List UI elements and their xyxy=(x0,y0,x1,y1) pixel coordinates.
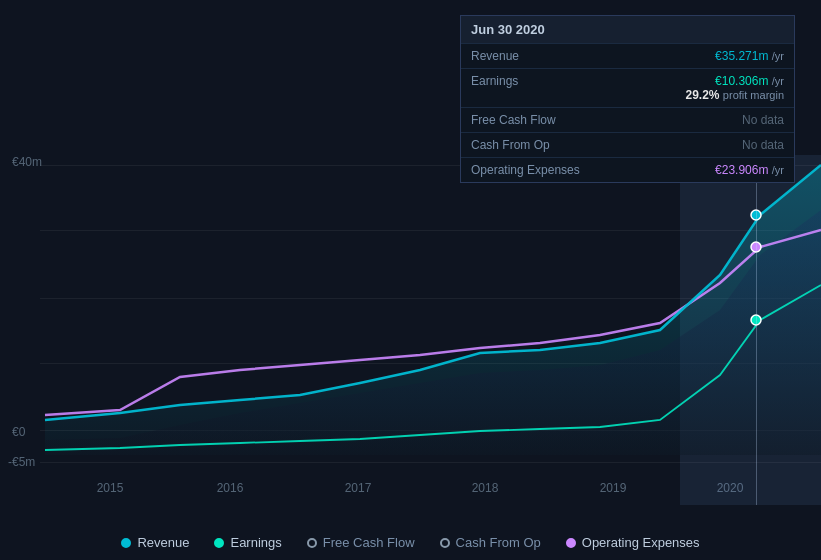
legend-dot-fcf xyxy=(307,538,317,548)
legend-label-earnings: Earnings xyxy=(230,535,281,550)
tooltip-earnings-value: €10.306m /yr 29.2% profit margin xyxy=(685,74,784,102)
x-label-2019: 2019 xyxy=(600,481,627,495)
tooltip-earnings-label: Earnings xyxy=(471,74,591,88)
tooltip-box: Jun 30 2020 Revenue €35.271m /yr Earning… xyxy=(460,15,795,183)
tooltip-row-fcf: Free Cash Flow No data xyxy=(461,107,794,132)
tooltip-header: Jun 30 2020 xyxy=(461,16,794,43)
x-label-2015: 2015 xyxy=(97,481,124,495)
tooltip-row-opex: Operating Expenses €23.906m /yr xyxy=(461,157,794,182)
legend-label-fcf: Free Cash Flow xyxy=(323,535,415,550)
tooltip-fcf-value: No data xyxy=(742,113,784,127)
legend-item-earnings[interactable]: Earnings xyxy=(214,535,281,550)
tooltip-opex-label: Operating Expenses xyxy=(471,163,591,177)
legend-dot-earnings xyxy=(214,538,224,548)
tooltip-cfo-value: No data xyxy=(742,138,784,152)
x-label-2018: 2018 xyxy=(472,481,499,495)
tooltip-row-revenue: Revenue €35.271m /yr xyxy=(461,43,794,68)
margin-value: 29.2% xyxy=(685,88,719,102)
x-label-2016: 2016 xyxy=(217,481,244,495)
legend-dot-revenue xyxy=(121,538,131,548)
legend-label-cfo: Cash From Op xyxy=(456,535,541,550)
legend-label-opex: Operating Expenses xyxy=(582,535,700,550)
opex-amount: €23.906m xyxy=(715,163,768,177)
tooltip-row-earnings: Earnings €10.306m /yr 29.2% profit margi… xyxy=(461,68,794,107)
legend-item-fcf[interactable]: Free Cash Flow xyxy=(307,535,415,550)
tooltip-cfo-label: Cash From Op xyxy=(471,138,591,152)
opex-unit: /yr xyxy=(772,164,784,176)
chart-svg xyxy=(0,155,821,475)
earnings-unit: /yr xyxy=(772,75,784,87)
legend-item-cfo[interactable]: Cash From Op xyxy=(440,535,541,550)
revenue-amount: €35.271m xyxy=(715,49,768,63)
legend-dot-cfo xyxy=(440,538,450,548)
chart-legend: Revenue Earnings Free Cash Flow Cash Fro… xyxy=(0,535,821,550)
chart-container: €40m €0 -€5m xyxy=(0,0,821,560)
tooltip-revenue-value: €35.271m /yr xyxy=(715,49,784,63)
tooltip-revenue-label: Revenue xyxy=(471,49,591,63)
margin-label: profit margin xyxy=(723,89,784,101)
tooltip-fcf-label: Free Cash Flow xyxy=(471,113,591,127)
tooltip-opex-value: €23.906m /yr xyxy=(715,163,784,177)
legend-item-revenue[interactable]: Revenue xyxy=(121,535,189,550)
legend-label-revenue: Revenue xyxy=(137,535,189,550)
legend-dot-opex xyxy=(566,538,576,548)
x-label-2017: 2017 xyxy=(345,481,372,495)
revenue-unit: /yr xyxy=(772,50,784,62)
hover-line xyxy=(756,155,757,505)
earnings-amount: €10.306m xyxy=(715,74,768,88)
legend-item-opex[interactable]: Operating Expenses xyxy=(566,535,700,550)
tooltip-row-cfo: Cash From Op No data xyxy=(461,132,794,157)
